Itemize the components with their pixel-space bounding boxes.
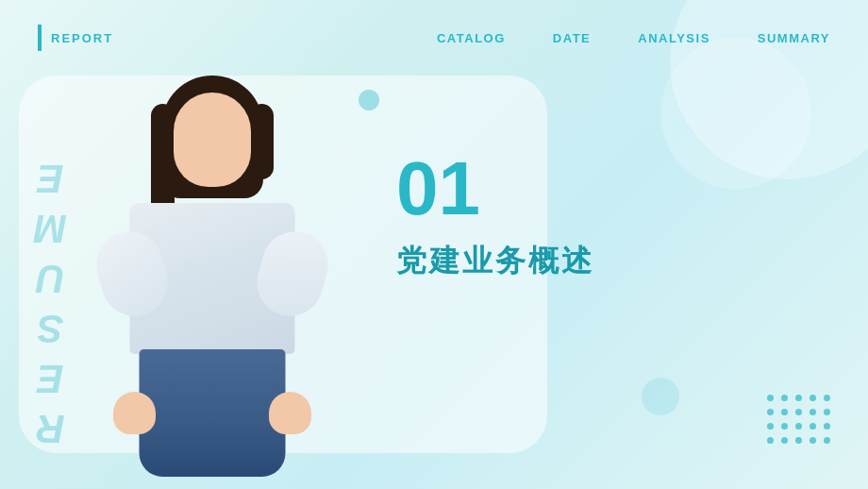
hand-right xyxy=(269,392,311,434)
section-subtitle: 党建业务概述 xyxy=(396,241,594,282)
dot xyxy=(824,423,830,430)
dot xyxy=(795,395,802,401)
right-content: 01 党建业务概述 xyxy=(396,151,594,282)
nav-item-catalog[interactable]: CATALOG xyxy=(437,31,506,45)
dot xyxy=(824,409,830,415)
dot xyxy=(781,409,788,415)
person-image xyxy=(75,66,349,472)
dot xyxy=(810,409,816,415)
nav-item-summary[interactable]: SUMMARY xyxy=(758,31,830,45)
dot xyxy=(810,423,816,430)
dot xyxy=(781,437,788,444)
dot xyxy=(795,437,802,444)
dot xyxy=(767,437,774,444)
dots-grid xyxy=(767,395,830,451)
report-title: REPORT xyxy=(51,31,113,45)
dot xyxy=(824,395,830,401)
dots-row-4 xyxy=(767,437,830,444)
report-bar-icon xyxy=(38,25,42,51)
dots-row-3 xyxy=(767,423,830,430)
dot xyxy=(795,409,802,415)
dot xyxy=(767,423,774,430)
nav-links: CATALOG DATE ANALYSIS SUMMARY xyxy=(437,31,830,45)
dot xyxy=(810,437,816,444)
dots-row-1 xyxy=(767,395,830,401)
deco-circle-top xyxy=(359,90,379,110)
hair-side-left xyxy=(151,104,175,217)
dot xyxy=(810,395,816,401)
dot xyxy=(767,395,774,401)
outfit-group xyxy=(118,203,307,477)
hands xyxy=(113,392,311,439)
person-face xyxy=(174,93,251,187)
dot xyxy=(781,395,788,401)
dots-row-2 xyxy=(767,409,830,415)
dot xyxy=(795,423,802,430)
header: REPORT CATALOG DATE ANALYSIS SUMMARY xyxy=(0,0,868,76)
dot xyxy=(824,437,830,444)
resume-vertical-text: RESUME xyxy=(28,151,74,451)
report-label: REPORT xyxy=(38,25,113,51)
deco-circle-large xyxy=(642,378,679,415)
dot xyxy=(767,409,774,415)
hand-left xyxy=(113,392,156,434)
dot xyxy=(781,423,788,430)
nav-item-date[interactable]: DATE xyxy=(553,31,591,45)
person-figure xyxy=(99,76,326,472)
section-number: 01 xyxy=(396,151,594,227)
nav-item-analysis[interactable]: ANALYSIS xyxy=(638,31,710,45)
hair-side-right xyxy=(250,104,274,179)
